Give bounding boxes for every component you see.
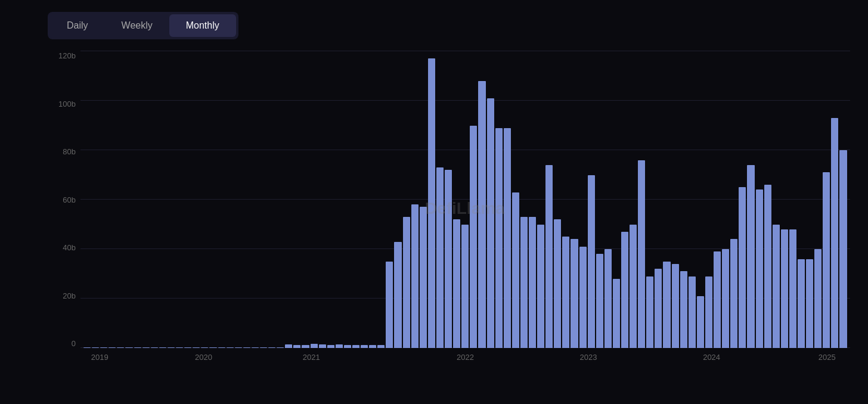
bar[interactable]: [773, 225, 780, 349]
bar[interactable]: [311, 344, 318, 348]
bar[interactable]: [504, 128, 511, 348]
bar-group: [638, 51, 645, 348]
bar[interactable]: [680, 271, 687, 348]
bar-group: [453, 51, 460, 348]
bar-group: [394, 51, 401, 348]
bar-group: [722, 51, 729, 348]
y-label-80b: 80b: [48, 147, 80, 156]
bar[interactable]: [638, 160, 645, 348]
bar[interactable]: [512, 192, 519, 348]
bar-group: [756, 51, 763, 348]
bar-group: [839, 51, 847, 348]
bar[interactable]: [411, 204, 418, 348]
bar[interactable]: [394, 242, 401, 348]
bar[interactable]: [386, 262, 393, 348]
tab-bar: Daily Weekly Monthly: [48, 12, 238, 39]
bar-group: [697, 51, 704, 348]
bar[interactable]: [545, 165, 553, 348]
bar-group: [730, 51, 737, 348]
bar[interactable]: [747, 165, 754, 348]
bar[interactable]: [689, 276, 696, 348]
bar[interactable]: [781, 229, 788, 348]
bar[interactable]: [789, 229, 796, 348]
y-label-0: 0: [48, 339, 80, 348]
bar-group: [470, 51, 477, 348]
bar[interactable]: [571, 239, 578, 348]
bar[interactable]: [655, 269, 662, 348]
bar[interactable]: [714, 251, 721, 348]
bar-group: [235, 51, 242, 348]
x-axis: 2019202020212022202320242025: [80, 348, 850, 366]
bar[interactable]: [823, 172, 830, 348]
bar[interactable]: [453, 219, 460, 348]
bar[interactable]: [739, 187, 746, 348]
bar-group: [814, 51, 822, 348]
bar[interactable]: [487, 98, 494, 348]
bar[interactable]: [672, 264, 679, 348]
bar[interactable]: [420, 207, 427, 348]
chart-container: Daily Weekly Monthly 0 20b 40b 60b 80b 1…: [0, 0, 868, 404]
bar-group: [579, 51, 587, 348]
bar-group: [344, 51, 351, 348]
bar-group: [100, 51, 107, 348]
bar[interactable]: [562, 237, 569, 348]
bar[interactable]: [764, 185, 771, 348]
bar[interactable]: [621, 232, 628, 348]
bar-group: [319, 51, 326, 348]
bar[interactable]: [461, 225, 469, 349]
bar[interactable]: [529, 217, 536, 348]
bar-group: [529, 51, 536, 348]
bar-group: [689, 51, 696, 348]
bar-group: [445, 51, 452, 348]
bar[interactable]: [756, 189, 763, 348]
bar-group: [377, 51, 385, 348]
bar[interactable]: [730, 239, 737, 348]
bar[interactable]: [604, 249, 612, 348]
bar[interactable]: [588, 175, 595, 349]
bar-group: [125, 51, 132, 348]
bar-group: [806, 51, 813, 348]
bar-group: [781, 51, 788, 348]
bar[interactable]: [596, 254, 603, 348]
bar[interactable]: [554, 219, 561, 348]
bar[interactable]: [613, 279, 620, 348]
tab-monthly[interactable]: Monthly: [169, 14, 236, 37]
bar[interactable]: [722, 249, 729, 348]
bar[interactable]: [403, 217, 410, 348]
x-axis-label: 2024: [703, 353, 720, 362]
y-label-40b: 40b: [48, 243, 80, 252]
bar[interactable]: [537, 225, 544, 349]
x-axis-label: 2023: [580, 353, 597, 362]
bar-group: [646, 51, 653, 348]
bar-group: [420, 51, 427, 348]
tab-daily[interactable]: Daily: [50, 14, 105, 37]
bar-group: [142, 51, 150, 348]
bar[interactable]: [663, 262, 670, 348]
bar-group: [630, 51, 637, 348]
bar[interactable]: [806, 259, 813, 348]
bar-group: [277, 51, 284, 348]
bar[interactable]: [436, 167, 444, 348]
bar[interactable]: [705, 276, 712, 348]
bar[interactable]: [814, 249, 822, 348]
bar[interactable]: [839, 150, 847, 348]
bar[interactable]: [478, 81, 485, 348]
bar[interactable]: [428, 58, 435, 348]
x-axis-label: 2025: [819, 353, 836, 362]
bar[interactable]: [646, 276, 653, 348]
tab-weekly[interactable]: Weekly: [105, 14, 169, 37]
bar-group: [764, 51, 771, 348]
bar[interactable]: [495, 128, 503, 348]
bar[interactable]: [520, 217, 528, 348]
bar-group: [495, 51, 503, 348]
bar-group: [663, 51, 670, 348]
bar[interactable]: [798, 259, 805, 348]
bar[interactable]: [697, 296, 704, 348]
bar[interactable]: [445, 170, 452, 348]
bar-group: [193, 51, 200, 348]
bar[interactable]: [630, 225, 637, 349]
bar-group: [436, 51, 444, 348]
bar[interactable]: [579, 247, 587, 348]
bar[interactable]: [831, 118, 838, 348]
bar[interactable]: [470, 126, 477, 349]
